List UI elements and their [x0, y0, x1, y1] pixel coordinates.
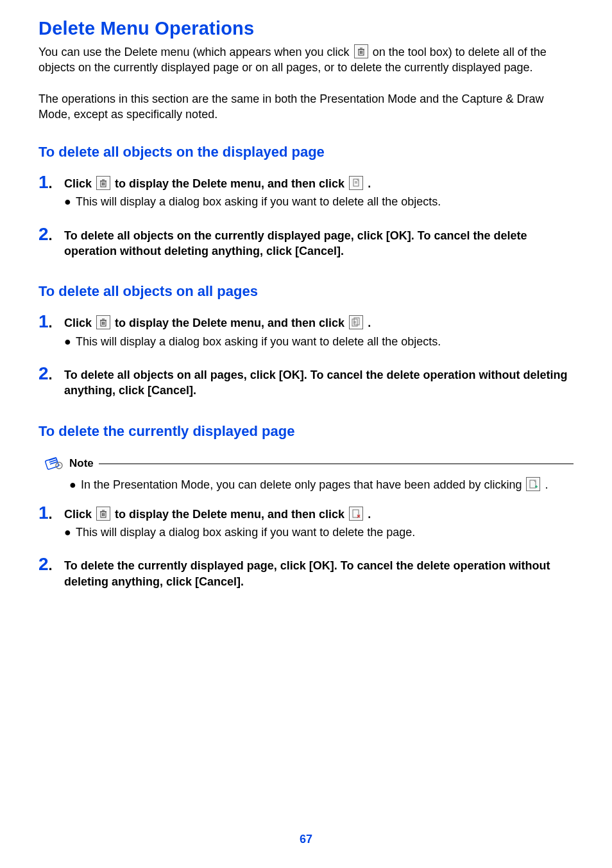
text: to display the Delete menu, and then cli… — [115, 177, 348, 190]
text: to display the Delete menu, and then cli… — [115, 508, 348, 521]
text: This will display a dialog box asking if… — [76, 525, 415, 540]
text: . — [368, 177, 371, 190]
text: to display the Delete menu, and then cli… — [115, 317, 348, 329]
section-heading: To delete all objects on all pages — [38, 283, 574, 300]
document-page: Delete Menu Operations You can use the D… — [0, 0, 612, 868]
bullet-dot-icon: ● — [64, 525, 76, 540]
step-instruction: To delete the currently displayed page, … — [64, 558, 574, 589]
note-rule-line — [99, 464, 574, 464]
text: This will display a dialog box asking if… — [76, 194, 441, 209]
bullet-dot-icon: ● — [64, 334, 76, 349]
step-number: 2. — [38, 365, 64, 383]
step-number: 1. — [38, 504, 64, 522]
step-number: 1. — [38, 313, 64, 331]
text: This will display a dialog box asking if… — [76, 334, 441, 349]
step-bullet: ● This will display a dialog box asking … — [64, 525, 574, 540]
step-instruction: Click to display the Delete menu, and th… — [64, 176, 574, 191]
delete-all-pages-objects-icon — [349, 315, 363, 329]
delete-current-page-icon — [349, 507, 363, 521]
step-1: 1. Click to display the Delete menu, and… — [38, 313, 574, 349]
step-instruction: To delete all objects on the currently d… — [64, 228, 574, 259]
text: In the Presentation Mode, you can delete… — [81, 477, 548, 492]
intro-paragraph-1: You can use the Delete menu (which appea… — [38, 44, 574, 76]
add-page-icon — [526, 477, 540, 491]
page-number: 67 — [0, 833, 612, 846]
step-2: 2. To delete the currently displayed pag… — [38, 555, 574, 589]
text: Click — [64, 177, 95, 190]
intro-paragraph-2: The operations in this section are the s… — [38, 91, 574, 123]
trash-icon — [96, 176, 110, 190]
step-2: 2. To delete all objects on the currentl… — [38, 225, 574, 259]
svg-point-29 — [56, 462, 62, 469]
text: In the Presentation Mode, you can delete… — [81, 478, 525, 491]
note-icon — [42, 453, 69, 474]
bullet-dot-icon: ● — [69, 477, 81, 492]
section-heading: To delete all objects on the displayed p… — [38, 144, 574, 161]
bullet-dot-icon: ● — [64, 194, 76, 209]
trash-icon — [96, 507, 110, 521]
step-instruction: Click to display the Delete menu, and th… — [64, 507, 574, 522]
text: . — [545, 478, 548, 491]
trash-icon — [354, 44, 368, 58]
step-instruction: Click to display the Delete menu, and th… — [64, 315, 574, 331]
text: Click — [64, 508, 95, 521]
step-1: 1. Click to display the Delete menu, and… — [38, 504, 574, 541]
text: . — [368, 508, 371, 521]
note-bullet: ● In the Presentation Mode, you can dele… — [69, 477, 574, 492]
delete-page-objects-icon — [349, 176, 363, 190]
step-bullet: ● This will display a dialog box asking … — [64, 334, 574, 349]
text: You can use the Delete menu (which appea… — [38, 46, 353, 58]
step-number: 2. — [38, 225, 64, 243]
text: Click — [64, 317, 95, 329]
page-title: Delete Menu Operations — [38, 18, 574, 39]
step-number: 1. — [38, 173, 64, 191]
note-header: Note — [42, 453, 574, 474]
note-label: Note — [69, 457, 99, 470]
section-heading: To delete the currently displayed page — [38, 423, 574, 440]
step-bullet: ● This will display a dialog box asking … — [64, 194, 574, 209]
step-number: 2. — [38, 555, 64, 573]
trash-icon — [96, 315, 110, 329]
step-1: 1. Click to display the Delete menu, and… — [38, 173, 574, 210]
step-2: 2. To delete all objects on all pages, c… — [38, 365, 574, 399]
step-instruction: To delete all objects on all pages, clic… — [64, 367, 574, 399]
svg-rect-39 — [353, 510, 359, 517]
text: . — [368, 317, 371, 329]
